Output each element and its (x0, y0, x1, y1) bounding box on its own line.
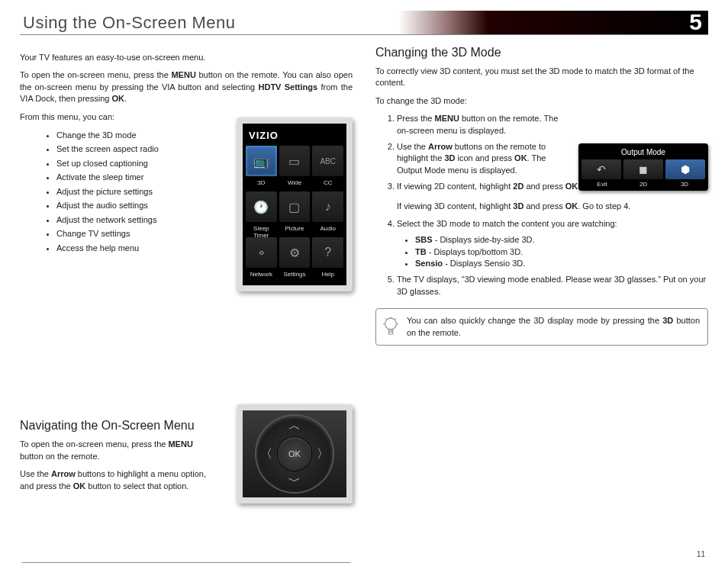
subheading-3d-mode: Changing the 3D Mode (375, 46, 708, 60)
step-2: Use the Arrow buttons on the remote to h… (397, 141, 559, 176)
mode-item: Sensio - Displays Sensio 3D. (415, 258, 708, 269)
list-item: Set the screen aspect radio (56, 143, 218, 156)
feature-list: Change the 3D mode Set the screen aspect… (20, 129, 218, 255)
vizio-menu-screenshot: VIZIO 📺 ▭ ABC 3D Wide CC 🕐 ▢ ♪ Sleep Tim… (237, 117, 353, 291)
mode-item: SBS - Displays side-by-side 3D. (415, 234, 708, 246)
page-number: 11 (697, 550, 705, 558)
cc-icon: ABC (312, 146, 343, 176)
clock-icon: 🕐 (246, 191, 277, 222)
intro-1: Your TV features an easy-to-use on-scree… (20, 52, 353, 63)
chevron-left-icon: 〈 (260, 446, 272, 462)
title-bar: Using the On-Screen Menu 5 (20, 11, 708, 35)
exit-icon: ↶ (581, 159, 621, 179)
gear-icon: ⚙ (279, 237, 311, 268)
square-icon: ◼ (623, 159, 663, 179)
chevron-up-icon: ︿ (288, 418, 301, 434)
ok-button-icon: OK (278, 437, 311, 471)
page-title: Using the On-Screen Menu (20, 13, 236, 33)
chevron-down-icon: ﹀ (288, 474, 301, 490)
right-column: Changing the 3D Mode To correctly view 3… (375, 46, 708, 563)
output-mode-screenshot: Output Mode ↶ ◼ ⬢ Exit 2D 3D (578, 143, 708, 191)
list-item: Change the 3D mode (56, 129, 218, 142)
list-item: Adjust the picture settings (56, 185, 218, 198)
svg-rect-15 (388, 329, 393, 333)
tv-icon: 📺 (246, 146, 277, 176)
output-mode-title: Output Mode (581, 146, 705, 159)
wide-icon: ▭ (279, 146, 311, 176)
right-lead: To change the 3D mode: (375, 95, 708, 107)
right-intro: To correctly view 3D content, you must s… (375, 66, 708, 89)
list-item: Activate the sleep timer (56, 171, 218, 184)
nav-p1: To open the on-screen menu, press the ME… (20, 439, 218, 462)
svg-point-9 (385, 318, 397, 330)
steps-list-cont: If viewing 2D content, highlight 2D and … (375, 181, 708, 298)
list-item: Change TV settings (56, 227, 218, 240)
network-icon: ⚬ (246, 237, 277, 268)
svg-line-13 (385, 318, 387, 320)
left-column: Your TV features an easy-to-use on-scree… (20, 46, 353, 563)
list-item: Access the help menu (56, 242, 218, 255)
nav-p2: Use the Arrow buttons to highlight a men… (20, 468, 218, 492)
chapter-number: 5 (689, 9, 702, 35)
picture-icon: ▢ (279, 191, 311, 222)
vizio-logo: VIZIO (243, 124, 346, 146)
steps-list: Press the MENU button on the remote. The… (375, 113, 559, 176)
remote-dpad-image: OK ︿ ﹀ 〈 〉 (237, 404, 353, 503)
intro-2: To open the on-screen menu, press the ME… (20, 69, 353, 105)
audio-icon: ♪ (312, 191, 343, 222)
cube-icon: ⬢ (665, 159, 705, 179)
chevron-right-icon: 〉 (317, 446, 329, 462)
tip-text: You can also quickly change the 3D displ… (407, 316, 700, 336)
tip-box-3d: You can also quickly change the 3D displ… (375, 308, 708, 346)
list-item: Adjust the audio settings (56, 199, 218, 212)
step-4: Select the 3D mode to match the content … (397, 218, 708, 270)
list-item: Set up closed captioning (56, 157, 218, 170)
lightbulb-icon (382, 317, 399, 338)
help-icon: ? (312, 237, 343, 268)
step-5: The TV displays, “3D viewing mode enable… (397, 274, 708, 298)
mode-item: TB - Displays top/bottom 3D. (415, 246, 708, 258)
list-item: Adjust the network settings (56, 214, 218, 227)
svg-line-14 (395, 318, 397, 320)
step-1: Press the MENU button on the remote. The… (397, 113, 559, 137)
